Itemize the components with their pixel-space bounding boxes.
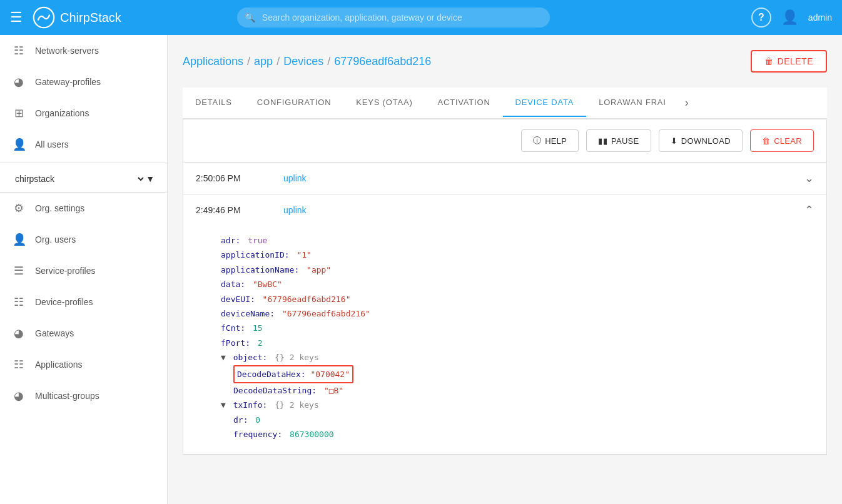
delete-button[interactable]: 🗑 DELETE [751, 50, 827, 73]
breadcrumb-applications[interactable]: Applications [183, 55, 243, 68]
navbar-right: ? 👤 admin [751, 8, 832, 28]
sidebar-label-org-users: Org. users [35, 234, 76, 244]
data-entry-2-chevron-up: ⌃ [804, 203, 814, 217]
breadcrumb-app[interactable]: app [254, 55, 273, 68]
logo-icon [33, 6, 55, 29]
sidebar-item-gateways[interactable]: ◕ Gateways [0, 318, 167, 349]
json-field-adr: adr: true [208, 233, 801, 248]
table-icon: ⊞ [13, 106, 25, 120]
data-entry-2-header[interactable]: 2:49:46 PM uplink ⌃ [183, 194, 826, 226]
search-input[interactable] [237, 8, 550, 28]
breadcrumb-sep-2: / [276, 55, 280, 68]
logo: ChirpStack [33, 6, 121, 29]
list-icon: ☰ [13, 264, 25, 278]
data-entry-2-body: adr: true applicationID: "1" application… [183, 226, 826, 454]
sidebar-item-org-settings[interactable]: ⚙ Org. settings [0, 193, 167, 224]
json-section-object: ▼ object: {} 2 keys [208, 350, 801, 365]
sidebar-label-gateway-profiles: Gateway-profiles [35, 77, 101, 87]
rss-icon: ◕ [13, 389, 25, 403]
download-icon: ⬇ [671, 136, 677, 146]
data-entry-2-time: 2:49:46 PM [196, 205, 283, 215]
data-entry-1-header[interactable]: 2:50:06 PM uplink ⌄ [183, 163, 826, 194]
pause-label: PAUSE [611, 136, 639, 146]
json-field-devEUI: devEUI: "67796eadf6abd216" [208, 292, 801, 306]
tab-configuration[interactable]: CONFIGURATION [245, 89, 344, 117]
tab-details[interactable]: DETAILS [183, 89, 245, 117]
org-person-icon: 👤 [13, 233, 25, 246]
json-field-fCnt: fCnt: 15 [208, 321, 801, 335]
help-icon-btn[interactable]: ? [751, 8, 771, 28]
tab-lorawan-frai[interactable]: LORAWAN FRAI [586, 89, 679, 117]
json-section-txInfo: ▼ txInfo: {} 2 keys [208, 398, 801, 412]
chevron-down-icon: ▼ [146, 174, 155, 184]
action-bar: ⓘ HELP ▮▮ PAUSE ⬇ DOWNLOAD 🗑 CLEAR [183, 119, 826, 163]
sidebar-label-org-settings: Org. settings [35, 203, 84, 213]
org-selector[interactable]: chirpstack ▼ [0, 166, 167, 193]
clear-label: CLEAR [774, 136, 802, 146]
json-field-applicationName: applicationName: "app" [208, 263, 801, 277]
wifi-circle-icon: ◕ [13, 326, 25, 340]
sidebar-item-org-users[interactable]: 👤 Org. users [0, 224, 167, 255]
download-button[interactable]: ⬇ DOWNLOAD [659, 129, 743, 152]
person-icon: 👤 [13, 138, 25, 151]
sidebar-label-service-profiles: Service-profiles [35, 266, 95, 276]
sidebar-label-all-users: All users [35, 139, 69, 149]
pause-icon: ▮▮ [598, 136, 607, 146]
sidebar-label-organizations: Organizations [35, 108, 89, 118]
highlighted-decode-hex: DecodeDataHex: "070042" [233, 365, 353, 383]
sidebar-item-organizations[interactable]: ⊞ Organizations [0, 98, 167, 129]
sidebar-item-device-profiles[interactable]: ☷ Device-profiles [0, 286, 167, 318]
sidebar-item-network-servers[interactable]: ☷ Network-servers [0, 35, 167, 66]
data-entry-1: 2:50:06 PM uplink ⌄ [183, 163, 826, 194]
download-label: DOWNLOAD [681, 136, 731, 146]
search-icon: 🔍 [245, 13, 255, 23]
json-field-DecodeDataString: DecodeDataString: "□B" [208, 383, 801, 398]
help-circle-icon: ⓘ [533, 135, 541, 146]
help-button[interactable]: ⓘ HELP [521, 129, 579, 152]
user-icon[interactable]: 👤 [781, 9, 798, 26]
trash-icon: 🗑 [764, 56, 774, 66]
json-field-data: data: "BwBC" [208, 277, 801, 291]
navbar: ☰ ChirpStack 🔍 ? 👤 admin [0, 0, 842, 35]
data-entry-2: 2:49:46 PM uplink ⌃ adr: true applicatio… [183, 194, 826, 455]
pause-button[interactable]: ▮▮ PAUSE [586, 129, 651, 152]
sidebar-label-device-profiles: Device-profiles [35, 297, 93, 307]
gear-icon: ⚙ [13, 201, 25, 215]
data-entry-2-type: uplink [283, 205, 307, 215]
sidebar-item-gateway-profiles[interactable]: ◕ Gateway-profiles [0, 66, 167, 98]
breadcrumb-devices[interactable]: Devices [283, 55, 323, 68]
tab-keys-otaa[interactable]: KEYS (OTAA) [343, 89, 425, 117]
tab-more-icon[interactable]: › [679, 88, 695, 118]
menu-icon[interactable]: ☰ [10, 9, 23, 26]
grid-icon: ☷ [13, 44, 25, 58]
tab-device-data[interactable]: DEVICE DATA [503, 89, 587, 117]
json-field-deviceName: deviceName: "67796eadf6abd216" [208, 306, 801, 321]
clear-trash-icon: 🗑 [762, 136, 770, 146]
breadcrumb-device-id[interactable]: 67796eadf6abd216 [334, 55, 431, 68]
data-entry-1-time: 2:50:06 PM [196, 173, 283, 183]
json-field-dr: dr: 0 [208, 413, 801, 427]
device-data-panel: ⓘ HELP ▮▮ PAUSE ⬇ DOWNLOAD 🗑 CLEAR [183, 119, 827, 455]
wifi-icon: ◕ [13, 75, 25, 89]
help-label: HELP [545, 136, 567, 146]
tab-activation[interactable]: ACTIVATION [425, 89, 503, 117]
clear-button[interactable]: 🗑 CLEAR [750, 129, 814, 152]
sidebar-item-applications[interactable]: ☷ Applications [0, 349, 167, 380]
sidebar-label-applications: Applications [35, 360, 83, 370]
json-field-fPort: fPort: 2 [208, 336, 801, 350]
sidebar-label-gateways: Gateways [35, 328, 74, 338]
admin-label[interactable]: admin [808, 13, 832, 23]
sliders-icon: ☷ [13, 295, 25, 309]
data-entry-1-type: uplink [283, 173, 307, 183]
sidebar-item-all-users[interactable]: 👤 All users [0, 129, 167, 160]
page-header: Applications / app / Devices / 67796eadf… [183, 50, 827, 73]
org-select[interactable]: chirpstack [13, 173, 146, 184]
logo-text: ChirpStack [60, 11, 121, 25]
sidebar-item-multicast-groups[interactable]: ◕ Multicast-groups [0, 380, 167, 411]
search-bar: 🔍 [237, 8, 550, 28]
sidebar: ☷ Network-servers ◕ Gateway-profiles ⊞ O… [0, 35, 168, 504]
sidebar-item-service-profiles[interactable]: ☰ Service-profiles [0, 255, 167, 286]
data-entry-1-chevron-down: ⌄ [804, 171, 814, 185]
json-field-frequency: frequency: 867300000 [208, 427, 801, 441]
breadcrumb-sep-1: / [247, 55, 250, 68]
